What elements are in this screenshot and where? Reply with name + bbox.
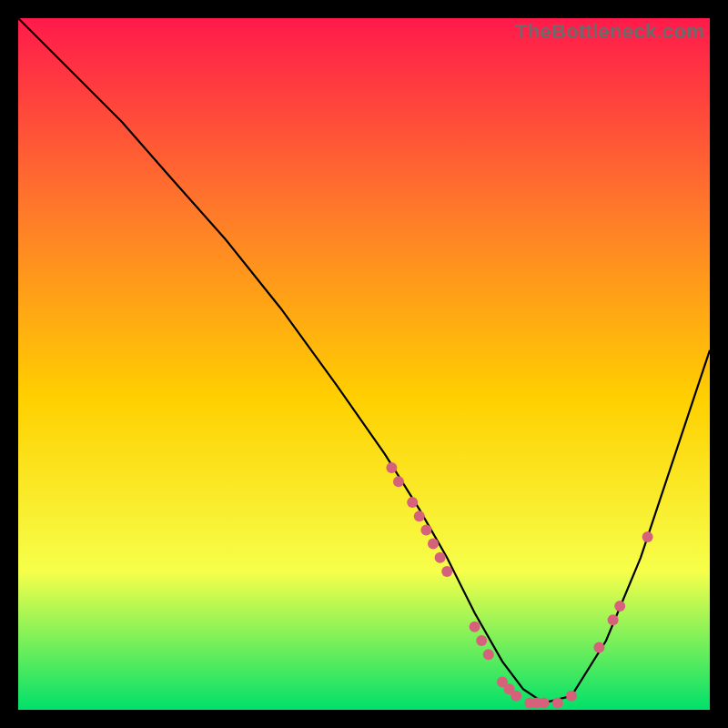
highlight-point: [420, 524, 431, 535]
highlight-point: [614, 601, 625, 612]
highlight-point: [435, 552, 446, 563]
highlight-point: [414, 511, 425, 521]
chart-plot-area: [18, 18, 710, 710]
highlight-point: [539, 697, 550, 708]
watermark-text: TheBottleneck.com: [515, 20, 704, 44]
chart-svg: [18, 18, 710, 710]
highlight-point: [608, 614, 619, 625]
highlight-point: [483, 649, 494, 660]
highlight-point: [552, 697, 563, 708]
highlight-point: [386, 462, 397, 473]
highlight-point: [470, 622, 480, 632]
highlight-point: [566, 691, 577, 702]
highlight-point: [393, 476, 404, 487]
chart-frame: TheBottleneck.com: [18, 18, 710, 710]
highlight-point: [476, 635, 487, 646]
highlight-point: [407, 497, 418, 508]
highlight-point: [593, 642, 604, 653]
highlight-point: [511, 691, 521, 702]
highlight-point: [642, 531, 653, 542]
highlight-point: [441, 566, 452, 577]
highlight-point: [428, 539, 439, 550]
